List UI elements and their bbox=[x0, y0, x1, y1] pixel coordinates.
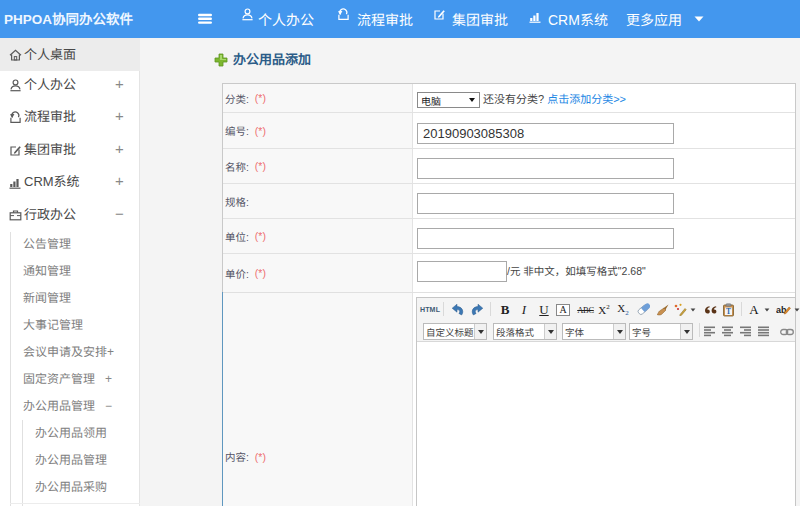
svg-text:T: T bbox=[725, 306, 730, 315]
